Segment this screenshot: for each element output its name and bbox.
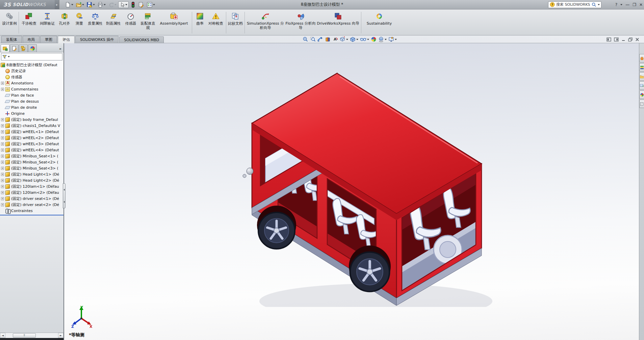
expand-toggle-icon[interactable]: + <box>1 203 4 206</box>
tree-item[interactable]: + (固定) wHEEL<3> (Défaut <box>0 141 63 147</box>
front-wheel[interactable] <box>258 212 295 249</box>
panel-splitter-grip[interactable] <box>63 183 66 208</box>
sustainability-button[interactable]: Sustainability <box>362 10 396 35</box>
tree-item[interactable]: + (固定) Head Light<1> (Dé <box>0 171 63 177</box>
minimize-button[interactable]: — <box>625 3 629 7</box>
minimize-doc-icon[interactable] <box>621 37 625 42</box>
tree-item[interactable]: + (固定) wHEEL<2> (Défaut <box>0 135 63 141</box>
tree-item[interactable]: + (固定) wHEEL<1> (Défaut <box>0 129 63 135</box>
tree-item[interactable]: + (固定) wHEEL<4> (Défaut <box>0 147 63 153</box>
apply-scene-button[interactable] <box>378 36 387 42</box>
section-properties-button[interactable]: 剖面属性 <box>104 10 123 35</box>
expand-toggle-icon[interactable]: + <box>1 88 4 91</box>
select-tool-dropdown[interactable] <box>125 4 127 5</box>
tab-custom-properties[interactable] <box>639 100 644 108</box>
edit-appearance-button[interactable] <box>370 36 377 42</box>
undo-dropdown[interactable] <box>114 4 117 5</box>
expand-toggle-icon[interactable]: + <box>1 173 4 176</box>
restore-button[interactable]: ❐ <box>633 3 636 7</box>
tab-3[interactable]: 评估 <box>58 36 75 43</box>
search-icon[interactable] <box>592 2 596 7</box>
design-study-button[interactable]: 设计算例 <box>1 10 18 35</box>
expand-toggle-icon[interactable]: + <box>1 155 4 158</box>
tree-item[interactable]: + (固定) 120lam<2> (Défau <box>0 189 63 195</box>
rebuild-button[interactable] <box>130 1 136 8</box>
expand-toggle-icon[interactable]: + <box>1 118 4 121</box>
annotation-views-button[interactable]: A <box>332 36 338 42</box>
view-orientation-dropdown[interactable] <box>346 39 348 40</box>
assembly-visualization-button[interactable]: 装配体直观 <box>139 10 157 35</box>
driveworksxpress-button[interactable]: DriveWorksXpress 向导 <box>316 10 360 35</box>
bus-mirror-sphere[interactable] <box>247 168 253 175</box>
expand-toggle-icon[interactable]: + <box>1 197 4 200</box>
tree-item[interactable]: + Contraintes <box>0 208 63 214</box>
save-dropdown[interactable] <box>93 4 95 5</box>
close-doc-icon[interactable] <box>635 37 639 42</box>
rear-wheel[interactable] <box>350 252 390 292</box>
scroll-right-arrow[interactable]: ► <box>58 333 63 338</box>
sensor-button[interactable]: 传感器 <box>123 10 139 35</box>
tree-item[interactable]: + Annotations <box>0 80 63 86</box>
zoom-to-area-button[interactable] <box>310 36 316 42</box>
tab-2[interactable]: 草图 <box>40 36 57 43</box>
expand-toggle-icon[interactable]: + <box>1 130 4 133</box>
zoom-to-fit-button[interactable] <box>302 36 309 42</box>
expand-toggle-icon[interactable]: + <box>1 149 4 152</box>
save-button[interactable] <box>86 1 96 8</box>
tree-item[interactable]: + (固定) Minibus_Seat<3> ( <box>0 165 63 171</box>
tree-item[interactable]: + Commentaires <box>0 86 63 92</box>
search-dropdown[interactable] <box>598 4 600 5</box>
tab-5[interactable]: SOLIDWORKS MBD <box>119 36 164 43</box>
tab-view-palette[interactable] <box>639 81 644 90</box>
tree-item[interactable]: + Plan de dessus <box>0 98 63 104</box>
view-settings-button[interactable] <box>388 36 397 42</box>
hide-show-dropdown[interactable] <box>367 39 369 40</box>
tab-featuremanager-tree[interactable] <box>1 44 9 52</box>
expand-toggle-icon[interactable]: + <box>1 82 4 85</box>
expand-toggle-icon[interactable]: + <box>1 191 4 194</box>
view-settings-dropdown[interactable] <box>395 39 397 40</box>
help-dropdown[interactable] <box>620 4 622 5</box>
filter-dropdown[interactable] <box>8 56 10 57</box>
expand-toggle-icon[interactable]: + <box>1 142 4 146</box>
close-button[interactable]: ✕ <box>639 3 643 7</box>
tab-design-library[interactable] <box>639 63 644 72</box>
tree-item[interactable]: + (固定) 120lam<1> (Défau <box>0 183 63 189</box>
tab-4[interactable]: SOLIDWORKS 插件 <box>75 36 119 43</box>
expand-toggle-icon[interactable]: + <box>1 167 4 170</box>
display-style-dropdown[interactable] <box>356 39 358 40</box>
new-file-dropdown[interactable] <box>71 4 73 5</box>
bus-3d-model[interactable] <box>232 55 503 307</box>
apply-scene-dropdown[interactable] <box>385 39 387 40</box>
tab-configurationmanager[interactable] <box>19 44 28 52</box>
section-view-button[interactable] <box>325 36 331 42</box>
tree-item[interactable]: + 历史记录 <box>0 68 63 74</box>
interference-check-button[interactable]: 干涉检查 <box>20 10 38 35</box>
expand-toggle-icon[interactable]: + <box>1 136 4 139</box>
split-pane-right-icon[interactable] <box>614 37 619 42</box>
tree-item[interactable]: + (固定) body frame_Defaul <box>0 116 63 123</box>
tab-0[interactable]: 装配体 <box>1 36 22 43</box>
tree-root-item[interactable]: 8座微型巴士设计模型 (Défaut <box>0 62 63 68</box>
search-box[interactable]: ? 搜索 SOLIDWORKS 帮助 <box>548 1 601 8</box>
tab-appearances[interactable] <box>639 90 644 99</box>
scroll-left-arrow[interactable]: ◄ <box>0 333 5 338</box>
scroll-thumb[interactable] <box>13 333 36 338</box>
hole-alignment-button[interactable]: 孔对齐 <box>56 10 73 35</box>
expand-toggle-icon[interactable]: + <box>1 185 4 188</box>
floxpress-button[interactable]: FloXpress 分析向导 <box>285 10 316 35</box>
split-pane-left-icon[interactable] <box>607 37 611 42</box>
open-file-dropdown[interactable] <box>82 4 84 5</box>
tab-displaymanager[interactable] <box>28 44 37 52</box>
tree-item[interactable]: + (固定) Head Light<2> (Dé <box>0 177 63 183</box>
clearance-verify-button[interactable]: 间隙验证 <box>38 10 56 35</box>
select-tool-button[interactable] <box>118 1 129 8</box>
new-file-button[interactable] <box>64 1 74 8</box>
symmetry-check-button[interactable]: 对称检查 <box>207 10 225 35</box>
menu-expand-chevron[interactable]: ▸ <box>55 0 59 9</box>
tree-item[interactable]: + Plan de face <box>0 92 63 98</box>
tree-item[interactable]: + (固定) chasis1_DefaultAs V <box>0 123 63 129</box>
display-style-button[interactable] <box>350 36 359 42</box>
tab-resources-home[interactable] <box>639 54 644 62</box>
previous-view-button[interactable] <box>317 36 324 42</box>
